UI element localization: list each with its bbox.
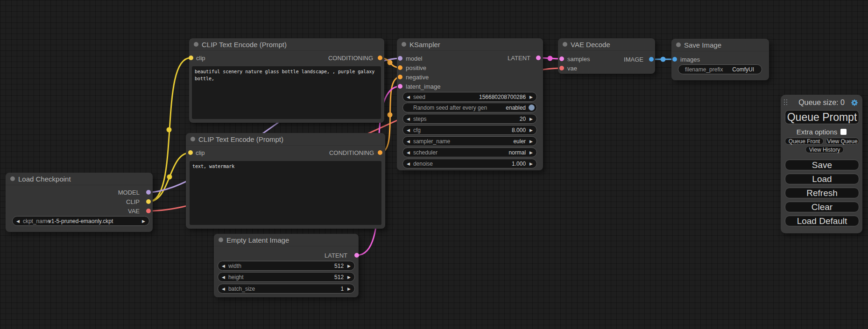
widget-value[interactable]: 20 [520,116,526,122]
increment-arrow-icon[interactable]: ▶ [347,287,351,291]
widget-value[interactable]: 156680208700286 [479,94,526,100]
widget-value[interactable]: 512 [334,274,344,280]
increment-arrow-icon[interactable]: ▶ [529,150,533,155]
prompt-textarea[interactable]: beautiful scenery nature glass bottle la… [192,66,381,119]
output-slot-conditioning[interactable] [378,56,382,60]
increment-arrow-icon[interactable]: ▶ [529,139,533,144]
input-slot-latent-image[interactable] [398,84,402,89]
output-label-model: MODEL [118,189,140,196]
collapse-dot-icon[interactable] [219,238,223,242]
view-history-button[interactable]: View History [805,146,844,153]
filename-prefix-widget[interactable]: filename_prefix ComfyUI [678,64,762,74]
height-widget[interactable]: ◀ height 512 ▶ [218,272,355,282]
node-save-image[interactable]: Save Image images filename_prefix ComfyU… [671,39,769,80]
widget-value[interactable]: euler [513,138,526,145]
load-button[interactable]: Load [785,174,859,184]
widget-value[interactable]: 512 [334,263,344,269]
steps-widget[interactable]: ◀ steps 20 ▶ [402,114,537,124]
decrement-arrow-icon[interactable]: ◀ [407,128,410,133]
sampler-name-widget[interactable]: ◀ sampler_name euler ▶ [402,136,537,146]
decrement-arrow-icon[interactable]: ◀ [222,275,225,280]
input-slot-positive[interactable] [398,65,402,70]
node-empty-latent-image[interactable]: Empty Latent Image LATENT ◀ width 512 ▶ … [214,234,359,297]
widget-value[interactable]: 8.000 [512,127,526,133]
collapse-dot-icon[interactable] [563,42,567,47]
collapse-dot-icon[interactable] [191,137,195,141]
collapse-dot-icon[interactable] [402,42,406,47]
queue-front-button[interactable]: Queue Front [785,138,824,145]
node-title-bar[interactable]: VAE Decode [558,38,655,51]
increment-arrow-icon[interactable]: ▶ [529,117,533,121]
widget-value[interactable]: normal [508,149,526,156]
increment-arrow-icon[interactable]: ▶ [347,264,351,268]
decrement-arrow-icon[interactable]: ◀ [407,150,410,155]
scheduler-widget[interactable]: ◀ scheduler normal ▶ [402,147,537,157]
width-widget[interactable]: ◀ width 512 ▶ [218,261,355,271]
view-queue-button[interactable]: View Queue [826,138,859,145]
node-ksampler[interactable]: KSampler model positive negative latent_… [397,38,543,170]
seed-widget[interactable]: ◀ seed 156680208700286 ▶ [402,92,537,102]
widget-value[interactable]: 1.000 [512,161,526,167]
output-slot-image[interactable] [649,57,654,62]
decrement-arrow-icon[interactable]: ◀ [407,139,410,144]
collapse-dot-icon[interactable] [10,176,15,181]
save-button[interactable]: Save [785,160,859,170]
cfg-widget[interactable]: ◀ cfg 8.000 ▶ [402,125,537,135]
output-label-conditioning: CONDITIONING [328,55,373,62]
output-slot-latent[interactable] [536,56,541,60]
decrement-arrow-icon[interactable]: ◀ [407,161,410,166]
output-slot-clip[interactable] [146,199,151,204]
toggle-knob[interactable] [529,105,535,111]
node-title: CLIP Text Encode (Prompt) [198,135,283,143]
decrement-arrow-icon[interactable]: ◀ [407,95,410,99]
node-load-checkpoint[interactable]: Load Checkpoint MODEL CLIP VAE ◀ ckpt_na… [6,173,153,232]
input-slot-vae[interactable] [559,66,564,70]
node-vae-decode[interactable]: VAE Decode samples vae IMAGE [558,38,655,74]
increment-arrow-icon[interactable]: ▶ [529,128,533,133]
random-seed-toggle[interactable]: Random seed after every gen enabled [402,103,537,112]
ckpt-name-widget[interactable]: ◀ ckpt_name v1-5-pruned-emaonly.ckpt ▶ [12,216,149,226]
input-slot-model[interactable] [398,56,402,61]
prompt-textarea[interactable]: text, watermark [190,161,381,225]
collapse-dot-icon[interactable] [194,42,198,47]
input-slot-negative[interactable] [398,75,402,79]
input-slot-clip[interactable] [188,150,193,155]
denoise-widget[interactable]: ◀ denoise 1.000 ▶ [402,159,537,168]
decrement-arrow-icon[interactable]: ◀ [222,264,225,268]
extra-options-checkbox[interactable] [840,129,847,135]
node-clip-text-encode-positive[interactable]: CLIP Text Encode (Prompt) clip CONDITION… [189,38,384,123]
widget-value[interactable]: ComfyUI [732,66,754,73]
decrement-arrow-icon[interactable]: ◀ [407,117,410,121]
wire-dot [167,127,172,133]
widget-value[interactable]: v1-5-pruned-emaonly.ckpt [13,218,149,224]
clear-button[interactable]: Clear [785,202,859,212]
extra-options-label: Extra options [797,128,838,136]
load-default-button[interactable]: Load Default [785,216,859,226]
node-title-bar[interactable]: CLIP Text Encode (Prompt) [186,133,385,146]
batch-size-widget[interactable]: ◀ batch_size 1 ▶ [218,284,355,294]
refresh-button[interactable]: Refresh [785,188,859,198]
increment-arrow-icon[interactable]: ▶ [347,275,351,280]
increment-arrow-icon[interactable]: ▶ [529,161,533,166]
output-slot-vae[interactable] [146,209,151,213]
output-slot-latent[interactable] [354,253,359,258]
output-slot-model[interactable] [146,190,151,195]
node-title-bar[interactable]: CLIP Text Encode (Prompt) [189,38,384,51]
node-clip-text-encode-negative[interactable]: CLIP Text Encode (Prompt) clip CONDITION… [186,133,385,229]
collapse-dot-icon[interactable] [676,42,681,47]
output-label-image: IMAGE [624,56,643,63]
output-slot-conditioning[interactable] [378,150,382,155]
decrement-arrow-icon[interactable]: ◀ [222,287,225,291]
node-title-bar[interactable]: KSampler [397,38,543,51]
node-title-bar[interactable]: Load Checkpoint [6,173,153,185]
node-graph-canvas[interactable]: Load Checkpoint MODEL CLIP VAE ◀ ckpt_na… [0,0,868,329]
node-title-bar[interactable]: Save Image [671,39,769,51]
settings-gear-icon[interactable] [850,98,859,107]
queue-prompt-button[interactable]: Queue Prompt [785,110,859,124]
node-title-bar[interactable]: Empty Latent Image [214,234,359,246]
input-slot-clip[interactable] [189,56,193,60]
input-slot-samples[interactable] [559,56,564,61]
input-slot-images[interactable] [672,57,677,62]
widget-value[interactable]: 1 [340,286,344,292]
increment-arrow-icon[interactable]: ▶ [529,95,533,99]
